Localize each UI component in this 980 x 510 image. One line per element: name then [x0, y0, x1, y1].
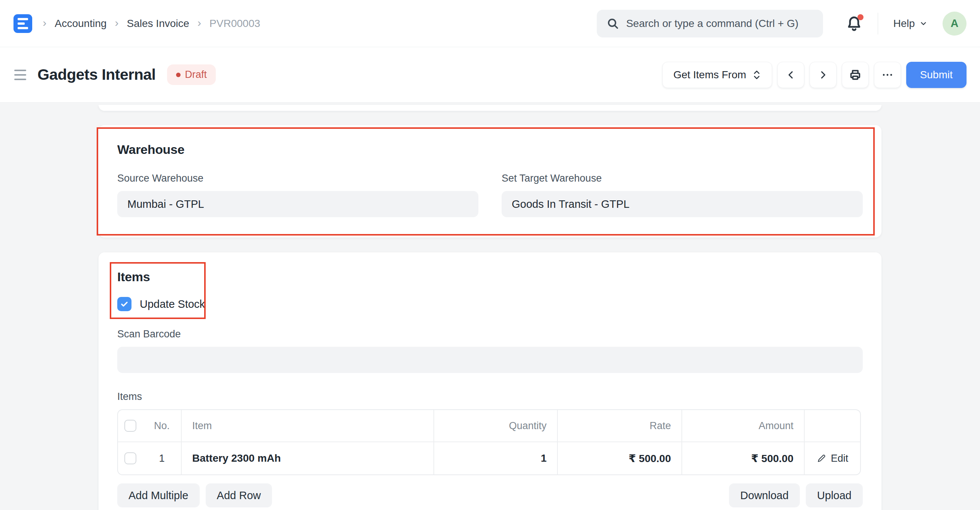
- user-avatar[interactable]: A: [943, 12, 967, 36]
- header-cell-amount: Amount: [681, 410, 804, 442]
- notification-badge: [858, 14, 864, 20]
- header-cell-select: [118, 410, 143, 442]
- header-cell-no: No.: [143, 410, 181, 442]
- target-warehouse-label: Set Target Warehouse: [502, 173, 863, 184]
- help-label: Help: [893, 17, 915, 30]
- row-cell-no: 1: [143, 442, 181, 474]
- download-button[interactable]: Download: [729, 483, 800, 507]
- pencil-icon: [817, 453, 826, 463]
- header-cell-actions: [804, 410, 860, 442]
- document-title-bar: Gadgets Internal Draft Get Items From: [0, 47, 980, 103]
- top-navbar: › Accounting › Sales Invoice › PVR00003: [0, 0, 980, 47]
- breadcrumb-item-sales-invoice[interactable]: Sales Invoice: [127, 17, 189, 30]
- breadcrumb-item-current: PVR00003: [209, 17, 260, 30]
- app-header: › Accounting › Sales Invoice › PVR00003: [0, 0, 980, 103]
- chevron-right-icon: ›: [197, 16, 201, 29]
- navbar-right-group: Help A: [597, 10, 967, 37]
- menu-ellipsis-button[interactable]: [874, 62, 901, 88]
- status-dot-icon: [176, 73, 181, 77]
- notifications-button[interactable]: [846, 15, 862, 32]
- previous-section-card-edge: [99, 105, 881, 111]
- row-cell-select: [118, 442, 143, 474]
- warehouse-fields: Source Warehouse Mumbai - GTPL Set Targe…: [117, 173, 863, 217]
- row-cell-item[interactable]: Battery 2300 mAh: [181, 442, 433, 474]
- chevron-left-icon: [786, 70, 796, 80]
- get-items-from-button[interactable]: Get Items From: [662, 62, 772, 88]
- next-document-button[interactable]: [810, 62, 837, 88]
- add-row-button[interactable]: Add Row: [206, 483, 272, 507]
- update-stock-checkbox[interactable]: [117, 297, 132, 311]
- row-cell-actions: Edit: [804, 442, 860, 474]
- target-warehouse-field-group: Set Target Warehouse Goods In Transit - …: [502, 173, 863, 217]
- printer-icon: [849, 68, 862, 81]
- global-search[interactable]: [597, 10, 823, 37]
- status-badge: Draft: [167, 64, 216, 85]
- check-icon: [120, 300, 129, 308]
- search-input[interactable]: [626, 17, 813, 30]
- target-warehouse-input[interactable]: Goods In Transit - GTPL: [502, 191, 863, 217]
- breadcrumb: › Accounting › Sales Invoice › PVR00003: [43, 17, 260, 30]
- navbar-divider: [878, 13, 878, 35]
- update-stock-label: Update Stock: [140, 298, 205, 310]
- search-icon: [606, 17, 619, 30]
- scan-barcode-label: Scan Barcode: [117, 328, 863, 340]
- table-actions-right: Download Upload: [729, 483, 863, 507]
- avatar-initial: A: [951, 17, 959, 30]
- submit-button[interactable]: Submit: [906, 62, 967, 88]
- update-stock-field: Update Stock: [117, 297, 863, 311]
- items-table: No. Item Quantity Rate Amount 1 Battery …: [117, 409, 861, 475]
- form-scroll-area: Warehouse Source Warehouse Mumbai - GTPL…: [0, 103, 980, 510]
- items-section-title: Items: [117, 270, 863, 284]
- row-cell-quantity[interactable]: 1: [433, 442, 557, 474]
- row-checkbox[interactable]: [124, 452, 136, 464]
- source-warehouse-label: Source Warehouse: [117, 173, 478, 184]
- select-updown-icon: [752, 69, 761, 81]
- items-section-card: Items Update Stock Scan Barcode Items No…: [99, 253, 881, 510]
- sidebar-toggle-icon[interactable]: [13, 67, 27, 83]
- header-cell-item: Item: [181, 410, 433, 442]
- items-table-header: No. Item Quantity Rate Amount: [118, 410, 860, 442]
- ellipsis-icon: [881, 68, 894, 81]
- row-cell-rate[interactable]: ₹ 500.00: [557, 442, 681, 474]
- warehouse-section-card: Warehouse Source Warehouse Mumbai - GTPL…: [99, 125, 881, 237]
- table-row: 1 Battery 2300 mAh 1 ₹ 500.00 ₹ 500.00 E…: [118, 442, 860, 474]
- help-menu[interactable]: Help: [893, 17, 928, 30]
- erpnext-logo-icon[interactable]: [13, 14, 32, 33]
- items-table-label: Items: [117, 391, 863, 402]
- print-button[interactable]: [842, 62, 869, 88]
- add-multiple-button[interactable]: Add Multiple: [117, 483, 200, 507]
- source-warehouse-input[interactable]: Mumbai - GTPL: [117, 191, 478, 217]
- get-items-from-label: Get Items From: [673, 69, 746, 81]
- items-table-body: 1 Battery 2300 mAh 1 ₹ 500.00 ₹ 500.00 E…: [118, 442, 860, 474]
- status-label: Draft: [185, 69, 207, 81]
- chevron-down-icon: [919, 19, 928, 28]
- table-action-buttons: Add Multiple Add Row Download Upload: [117, 483, 863, 507]
- erp-app: › Accounting › Sales Invoice › PVR00003: [0, 0, 980, 510]
- chevron-right-icon: ›: [43, 16, 46, 29]
- warehouse-section-title: Warehouse: [117, 142, 863, 157]
- chevron-right-icon: [818, 70, 828, 80]
- previous-document-button[interactable]: [777, 62, 804, 88]
- breadcrumb-item-accounting[interactable]: Accounting: [55, 17, 107, 30]
- toolbar-actions: Get Items From: [662, 62, 967, 88]
- source-warehouse-field-group: Source Warehouse Mumbai - GTPL: [117, 173, 478, 217]
- chevron-right-icon: ›: [115, 16, 119, 29]
- select-all-checkbox[interactable]: [124, 420, 136, 432]
- page-title: Gadgets Internal: [37, 66, 156, 84]
- upload-button[interactable]: Upload: [806, 483, 863, 507]
- header-cell-quantity: Quantity: [433, 410, 557, 442]
- header-cell-rate: Rate: [557, 410, 681, 442]
- scan-barcode-input[interactable]: [117, 347, 863, 373]
- row-cell-amount[interactable]: ₹ 500.00: [681, 442, 804, 474]
- table-actions-left: Add Multiple Add Row: [117, 483, 272, 507]
- edit-label: Edit: [831, 453, 848, 464]
- edit-row-button[interactable]: Edit: [817, 453, 848, 464]
